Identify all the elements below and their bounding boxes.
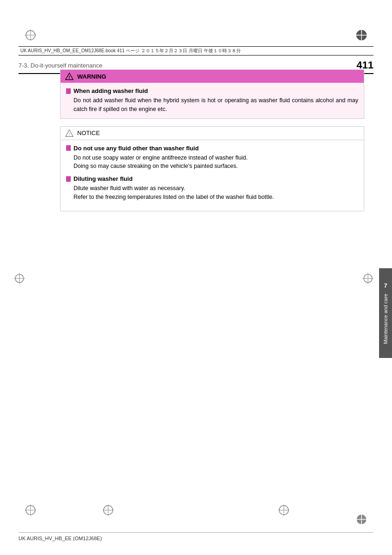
side-tab-number: 7	[384, 282, 387, 289]
notice-section-1: Do not use any fluid other than washer f…	[66, 145, 358, 171]
warning-header: ! WARNING	[61, 70, 364, 83]
reg-mark-bl	[24, 504, 37, 518]
page: UK AURIS_HV_HB_OM_EE_OM12J68E.book 411 ペ…	[0, 0, 392, 555]
notice-section-2: Diluting washer fluid Dilute washer flui…	[66, 175, 358, 202]
warning-label: WARNING	[77, 73, 106, 80]
notice-section-1-marker	[66, 145, 71, 151]
warning-box: ! WARNING When adding washer fluid Do no…	[60, 69, 364, 119]
file-info: UK AURIS_HV_HB_OM_EE_OM12J68E.book 411 ペ…	[20, 48, 241, 54]
notice-content: Do not use any fluid other than washer f…	[61, 140, 364, 211]
notice-section-1-text: Do not use soapy water or engine antifre…	[74, 154, 358, 171]
side-tab: 7 Maintenance and care	[379, 268, 392, 358]
footer-text: UK AURIS_HV_HB_EE (OM12J68E)	[18, 536, 102, 541]
warning-icon: !	[65, 72, 74, 80]
header-bar: UK AURIS_HV_HB_OM_EE_OM12J68E.book 411 ペ…	[18, 46, 374, 56]
warning-section-title: When adding washer fluid	[66, 87, 358, 94]
footer: UK AURIS_HV_HB_EE (OM12J68E)	[18, 532, 374, 541]
section-title: 7-3. Do-it-yourself maintenance	[18, 62, 102, 69]
notice-icon: !	[65, 129, 74, 137]
reg-mark-tl	[24, 29, 37, 43]
svg-text:!: !	[68, 74, 70, 80]
reg-mark-tr	[355, 29, 368, 43]
reg-mark-bm	[102, 504, 115, 518]
notice-section-2-text: Dilute washer fluid with water as necess…	[74, 184, 358, 202]
notice-box: ! NOTICE Do not use any fluid other than…	[60, 126, 364, 211]
notice-section-2-marker	[66, 176, 71, 182]
notice-section-2-title: Diluting washer fluid	[66, 175, 358, 182]
warning-text: Do not add washer fluid when the hybrid …	[74, 96, 358, 114]
side-tab-text: Maintenance and care	[383, 294, 388, 344]
main-content: ! WARNING When adding washer fluid Do no…	[60, 69, 364, 509]
notice-label: NOTICE	[77, 130, 100, 136]
reg-mark-br	[355, 513, 368, 527]
reg-mark-mr	[362, 273, 374, 285]
warning-section-marker	[66, 88, 71, 94]
notice-section-1-title: Do not use any fluid other than washer f…	[66, 145, 358, 152]
reg-mark-ml	[14, 273, 25, 285]
warning-content: When adding washer fluid Do not add wash…	[61, 83, 364, 118]
svg-text:!: !	[69, 131, 70, 136]
reg-mark-bm2	[277, 504, 290, 518]
notice-header: ! NOTICE	[61, 127, 364, 140]
